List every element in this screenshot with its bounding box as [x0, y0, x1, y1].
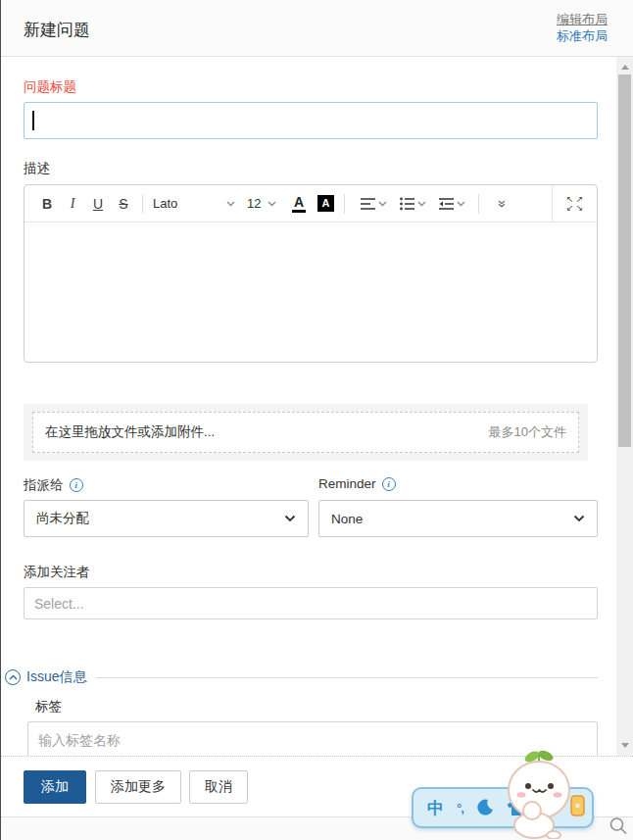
toolbar-divider	[344, 194, 345, 214]
info-icon[interactable]: i	[382, 477, 396, 491]
dropzone-limit: 最多10个文件	[489, 423, 566, 441]
chevron-down-icon	[573, 515, 585, 522]
background-color-button[interactable]: A	[317, 195, 334, 212]
font-size-select[interactable]: 12	[243, 196, 280, 211]
expand-arrows-icon: ↖↗ ↙↘	[565, 195, 585, 213]
chevron-down-icon	[226, 201, 235, 207]
header: 新建问题 编辑布局 标准布局	[0, 0, 633, 57]
outdent-icon	[439, 197, 454, 211]
scrollbar-thumb[interactable]	[618, 74, 631, 447]
font-family-value: Lato	[153, 196, 177, 211]
issue-info-section-header: Issue信息	[0, 667, 598, 687]
underline-button[interactable]: U	[85, 186, 111, 222]
assignee-select[interactable]: 尚未分配	[24, 500, 309, 537]
text-color-swatch	[292, 210, 306, 213]
chevron-up-icon	[9, 674, 18, 680]
moon-icon[interactable]	[476, 799, 494, 816]
new-issue-form: 新建问题 编辑布局 标准布局 问题标题 描述 B I U S Lato 12	[0, 0, 633, 840]
page-title: 新建问题	[24, 19, 90, 41]
tag-label: 标签	[35, 698, 62, 716]
chevron-down-icon	[457, 201, 465, 207]
add-button[interactable]: 添加	[24, 770, 86, 804]
align-left-icon	[361, 197, 375, 211]
fullscreen-button[interactable]: ↖↗ ↙↘	[552, 185, 597, 222]
edit-layout-link[interactable]: 编辑布局	[557, 11, 608, 28]
ime-language-toggle[interactable]: 中	[427, 797, 444, 819]
triangle-up-icon	[621, 65, 629, 70]
toolbar-divider	[478, 194, 479, 214]
section-divider	[96, 677, 598, 678]
section-title: Issue信息	[26, 668, 86, 686]
editor-body[interactable]	[24, 222, 597, 363]
indent-select[interactable]	[439, 197, 468, 211]
issue-title-input[interactable]	[24, 102, 598, 139]
assignee-value: 尚未分配	[36, 510, 89, 527]
reminder-label: Reminder	[318, 476, 376, 491]
attachment-dropzone[interactable]: 在这里拖放文件或添加附件... 最多10个文件	[32, 412, 579, 453]
chevron-down-icon	[417, 201, 426, 207]
strikethrough-button[interactable]: S	[111, 186, 136, 222]
description-editor: B I U S Lato 12 A A	[24, 184, 598, 363]
align-select[interactable]	[361, 197, 390, 211]
chevron-down-icon	[268, 201, 276, 207]
toolbar-divider	[142, 194, 143, 214]
font-size-value: 12	[247, 196, 261, 211]
scroll-down-button[interactable]	[616, 737, 633, 754]
followers-input[interactable]	[24, 587, 598, 619]
list-select[interactable]	[400, 197, 429, 211]
search-icon[interactable]	[609, 816, 628, 836]
italic-button[interactable]: I	[60, 186, 85, 222]
assignee-label: 指派给	[24, 476, 64, 494]
bullet-list-icon	[400, 197, 414, 211]
info-icon[interactable]: i	[70, 478, 83, 492]
modal-left-edge	[0, 0, 1, 840]
add-more-button[interactable]: 添加更多	[95, 770, 181, 804]
form-content: 问题标题 描述 B I U S Lato 12 A	[0, 57, 633, 756]
editor-toolbar: B I U S Lato 12 A A	[24, 185, 597, 222]
followers-label: 添加关注者	[24, 564, 90, 581]
cancel-button[interactable]: 取消	[189, 770, 248, 804]
attachment-zone-wrapper: 在这里拖放文件或添加附件... 最多10个文件	[24, 404, 588, 461]
issue-title-label: 问题标题	[24, 78, 76, 96]
dropzone-text: 在这里拖放文件或添加附件...	[45, 423, 215, 441]
reminder-value: None	[331, 512, 363, 526]
reminder-label-row: Reminder i	[318, 476, 396, 491]
description-label: 描述	[24, 160, 50, 177]
chevron-down-icon	[284, 515, 296, 522]
bold-button[interactable]: B	[34, 186, 60, 222]
scroll-up-button[interactable]	[616, 59, 633, 75]
reminder-select[interactable]: None	[318, 500, 598, 537]
standard-layout-link[interactable]: 标准布局	[557, 27, 608, 45]
more-options-button[interactable]: »	[495, 196, 511, 212]
mascot-character	[495, 749, 593, 839]
chevron-down-icon	[378, 201, 387, 207]
triangle-down-icon	[621, 743, 629, 748]
vertical-scrollbar[interactable]	[616, 57, 633, 756]
text-color-letter: A	[288, 195, 310, 209]
collapse-section-button[interactable]	[5, 669, 21, 685]
text-cursor	[32, 111, 34, 130]
text-color-button[interactable]: A	[288, 195, 310, 213]
font-family-select[interactable]: Lato	[149, 196, 239, 211]
ime-punctuation-toggle[interactable]: °,	[457, 801, 463, 815]
assignee-label-row: 指派给 i	[24, 476, 83, 494]
